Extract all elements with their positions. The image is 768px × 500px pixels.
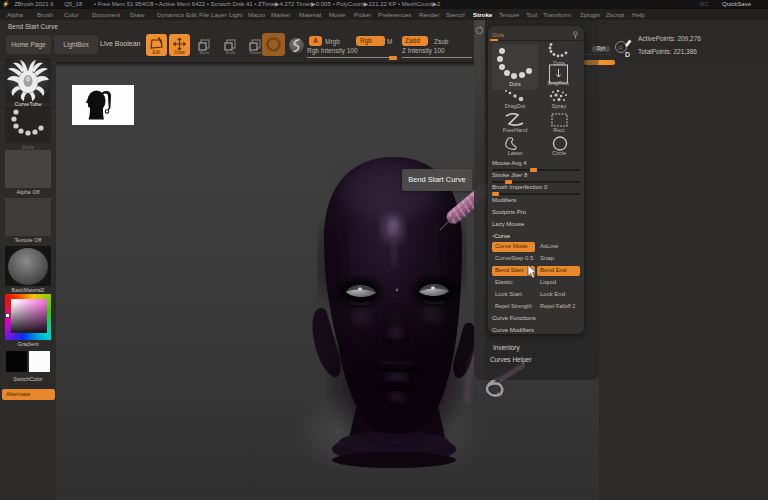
svg-text:R: R (619, 45, 624, 51)
svg-text:D: D (625, 51, 630, 58)
